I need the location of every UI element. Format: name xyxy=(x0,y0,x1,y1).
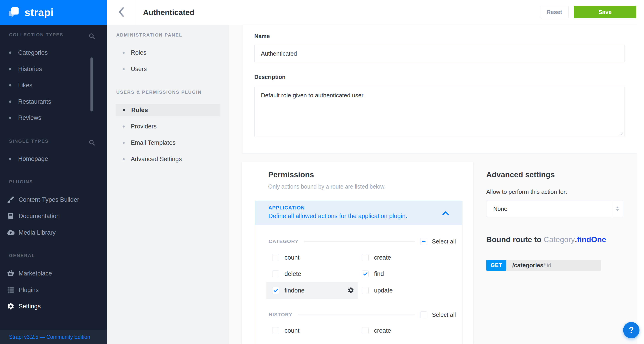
book-icon xyxy=(6,212,15,220)
find-checkbox[interactable] xyxy=(362,270,368,277)
chevron-left-icon xyxy=(118,7,125,18)
advanced-settings-title: Advanced settings xyxy=(486,170,555,179)
admin-panel-heading: ADMINISTRATION PANEL xyxy=(116,33,182,38)
application-accordion-header[interactable]: APPLICATION Define all allowed actions f… xyxy=(255,201,462,225)
single-types-heading: SINGLE TYPES xyxy=(9,139,48,144)
policy-select[interactable]: None xyxy=(486,201,623,217)
general-heading: GENERAL xyxy=(9,253,35,258)
search-icon[interactable] xyxy=(88,139,95,147)
bullet-icon xyxy=(9,101,11,103)
users-permissions-heading: USERS & PERMISSIONS PLUGIN xyxy=(116,90,202,95)
route-path: /categories/:id xyxy=(506,260,601,271)
main-sidebar: strapi COLLECTION TYPES Categories Histo… xyxy=(0,0,107,344)
role-form-card: Name Description Default role given to a… xyxy=(242,25,637,153)
category-select-all-checkbox[interactable] xyxy=(420,238,427,245)
permission-create: create xyxy=(362,250,391,265)
allow-action-label: Allow to perform this action for: xyxy=(486,188,567,195)
bullet-icon xyxy=(9,158,11,160)
chevron-up-icon xyxy=(442,211,449,216)
accordion-description: Define all allowed actions for the appli… xyxy=(268,213,462,220)
history-create-checkbox[interactable] xyxy=(362,327,368,334)
category-group-label: CATEGORY xyxy=(268,238,298,244)
history-select-all-checkbox[interactable] xyxy=(420,311,427,318)
sidebar-item-restaurants[interactable]: Restaurants xyxy=(9,97,51,106)
scrollbar-track[interactable] xyxy=(637,0,644,344)
subnav-item-admin-users[interactable]: Users xyxy=(123,65,147,74)
permission-history-create: create xyxy=(362,323,391,338)
application-accordion-body: CATEGORY Select all count create delete xyxy=(255,225,462,344)
policy-select-value: None xyxy=(493,205,507,212)
checkmark-icon xyxy=(363,272,368,276)
reset-button[interactable]: Reset xyxy=(540,6,568,18)
history-count-checkbox[interactable] xyxy=(272,327,279,334)
settings-subnav: ADMINISTRATION PANEL Roles Users USERS &… xyxy=(107,25,229,344)
description-label: Description xyxy=(254,74,286,80)
sidebar-item-settings[interactable]: Settings xyxy=(6,301,41,311)
description-field[interactable]: Default role given to authenticated user… xyxy=(254,87,625,137)
permission-delete: delete xyxy=(272,266,301,282)
sidebar-item-categories[interactable]: Categories xyxy=(9,48,48,57)
cloud-upload-icon xyxy=(6,228,15,237)
update-checkbox[interactable] xyxy=(362,287,368,294)
permission-count: count xyxy=(272,250,300,265)
subnav-item-advanced-settings[interactable]: Advanced Settings xyxy=(123,155,182,164)
sidebar-scrollbar-thumb[interactable] xyxy=(90,57,93,111)
brand-name: strapi xyxy=(24,6,54,19)
search-icon[interactable] xyxy=(88,33,95,40)
version-link[interactable]: Strapi v3.2.5 — Community Edition xyxy=(9,334,90,340)
indeterminate-dash-icon xyxy=(422,241,426,242)
checkmark-icon xyxy=(274,289,278,292)
count-checkbox[interactable] xyxy=(272,254,279,261)
create-checkbox[interactable] xyxy=(362,254,368,261)
name-field[interactable] xyxy=(254,45,625,62)
sidebar-item-reviews[interactable]: Reviews xyxy=(9,113,41,122)
select-arrows-icon xyxy=(612,201,623,217)
question-mark-icon: ? xyxy=(629,325,634,335)
sidebar-footer: Strapi v3.2.5 — Community Edition xyxy=(0,330,107,344)
history-group-label: HISTORY xyxy=(268,312,292,318)
bullet-icon xyxy=(123,158,125,160)
strapi-logo[interactable]: strapi xyxy=(0,0,107,25)
bullet-icon xyxy=(123,68,125,70)
subnav-item-email-templates[interactable]: Email Templates xyxy=(123,138,176,147)
page-header: Authenticated Reset Save xyxy=(107,0,644,25)
accordion-title: APPLICATION xyxy=(268,205,462,211)
divider xyxy=(304,241,415,242)
permissions-card: Permissions Only actions bound by a rout… xyxy=(242,162,473,344)
collection-types-heading: COLLECTION TYPES xyxy=(9,32,64,38)
bullet-icon xyxy=(123,142,125,144)
list-icon xyxy=(6,286,15,294)
sidebar-item-likes[interactable]: Likes xyxy=(9,81,32,90)
sidebar-item-documentation[interactable]: Documentation xyxy=(6,211,60,221)
page-title: Authenticated xyxy=(143,0,194,25)
permission-update: update xyxy=(362,283,393,298)
help-button[interactable]: ? xyxy=(623,322,640,338)
permission-findone-selected-row[interactable]: findone xyxy=(266,282,358,299)
settings-gear-icon[interactable] xyxy=(347,287,354,295)
advanced-settings-panel: Advanced settings Allow to perform this … xyxy=(486,162,637,344)
sidebar-item-plugins[interactable]: Plugins xyxy=(6,285,39,295)
back-button[interactable] xyxy=(107,0,136,25)
bullet-icon xyxy=(9,117,11,119)
http-method-badge: GET xyxy=(486,260,506,271)
delete-checkbox[interactable] xyxy=(272,270,279,277)
permission-find: find xyxy=(362,266,384,282)
category-select-all-label: Select all xyxy=(432,238,456,245)
sidebar-item-content-types-builder[interactable]: Content-Types Builder xyxy=(6,195,79,205)
findone-checkbox[interactable] xyxy=(272,287,279,294)
divider xyxy=(298,314,415,315)
shopping-basket-icon xyxy=(6,270,15,277)
sidebar-item-media-library[interactable]: Media Library xyxy=(6,228,56,238)
sidebar-item-homepage[interactable]: Homepage xyxy=(9,154,48,163)
subnav-item-roles-active[interactable]: Roles xyxy=(116,104,220,116)
sidebar-item-marketplace[interactable]: Marketplace xyxy=(6,268,52,278)
name-label: Name xyxy=(254,33,270,40)
sidebar-item-histories[interactable]: Histories xyxy=(9,65,42,74)
subnav-item-admin-roles[interactable]: Roles xyxy=(123,48,146,57)
subnav-item-providers[interactable]: Providers xyxy=(123,122,157,131)
bound-route-action: findOne xyxy=(577,235,606,244)
save-button[interactable]: Save xyxy=(574,6,636,18)
permissions-title: Permissions xyxy=(268,170,314,179)
bullet-icon xyxy=(123,126,125,128)
bullet-icon xyxy=(9,52,11,54)
